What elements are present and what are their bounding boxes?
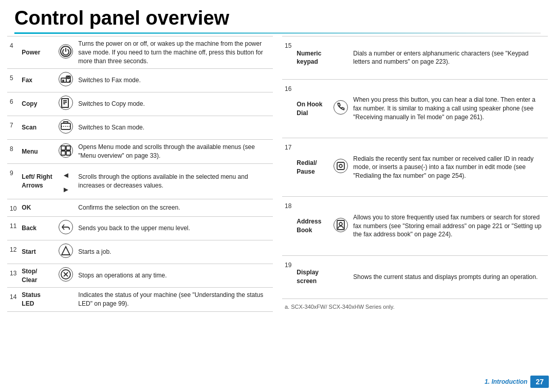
row-number: 17 [282,138,294,197]
table-row: 10OKConfirms the selection on the screen… [7,199,273,216]
title-text: Control panel overview [14,7,229,29]
table-row: 15Numeric keypadDials a number or enters… [282,36,548,80]
table-row: 18Address BookAllows you to store freque… [282,197,548,255]
footnote: a. SCX-340xFW/ SCX-340xHW Series only. [282,298,548,312]
footer-section: 1. Introduction [485,378,527,385]
phone-icon [331,79,350,138]
svg-rect-14 [61,151,65,155]
row-label: Stop/ Clear [19,264,56,288]
row-desc: Switches to Scan mode. [76,116,273,140]
row-number: 13 [7,264,19,288]
row-label: Redial/ Pause [294,138,331,197]
footer-page: 27 [530,376,549,388]
row-desc: Allows you to store frequently used fax … [350,197,548,255]
row-desc: Shows the current status and displays pr… [350,255,548,298]
svg-rect-13 [66,146,70,150]
row-label: On Hook Dial [294,79,331,138]
row-label: OK [19,199,56,216]
row-label: Back [19,216,56,240]
row-desc: Switches to Fax mode. [76,69,273,92]
row-label: Display screen [294,255,331,298]
table-row: 19Display screenShows the current status… [282,255,548,298]
row-number: 18 [282,197,294,255]
row-desc: Stops an operations at any time. [76,264,273,288]
row-desc: Switches to Copy mode. [76,92,273,116]
row-label: Left/ Right Arrows [19,163,56,199]
row-number: 14 [7,288,19,312]
table-row: 7ScanSwitches to Scan mode. [7,116,273,140]
table-row: 12StartStarts a job. [7,240,273,264]
row-label: Scan [19,116,56,140]
table-row: 8MenuOpens Menu mode and scrolls through… [7,140,273,164]
menu-icon [56,140,76,164]
table-row: 11BackSends you back to the upper menu l… [7,216,273,240]
row-number: 5 [7,69,19,92]
back-icon [56,216,76,240]
no-icon [56,288,76,312]
svg-rect-15 [66,151,70,155]
table-row: 17Redial/ PauseRedials the recently sent… [282,138,548,197]
svg-rect-12 [61,146,65,150]
row-label: Menu [19,140,56,164]
row-desc: When you press this button, you can hear… [350,79,548,138]
table-row: 5FaxSwitches to Fax mode. [7,69,273,92]
scan-icon [56,116,76,140]
row-desc: Redials the recently sent fax number or … [350,138,548,197]
row-desc: Confirms the selection on the screen. [76,199,273,216]
row-label: Start [19,240,56,264]
row-number: 4 [7,36,19,69]
arrows-icon: ◄ ► [56,163,76,199]
right-table: 15Numeric keypadDials a number or enters… [282,36,548,312]
row-label: Status LED [19,288,56,312]
left-table: 4PowerTurns the power on or off, or wake… [7,36,273,312]
row-desc: Dials a number or enters alphanumeric ch… [350,36,548,80]
table-row: 13Stop/ ClearStops an operations at any … [7,264,273,288]
row-number: 16 [282,79,294,138]
row-label: Power [19,36,56,69]
table-row: 14Status LEDIndicates the status of your… [7,288,273,312]
no-icon [331,36,350,80]
svg-point-7 [69,81,70,82]
table-row: 4PowerTurns the power on or off, or wake… [7,36,273,69]
svg-point-23 [339,222,342,226]
row-desc: Starts a job. [76,240,273,264]
row-label: Address Book [294,197,331,255]
row-desc: Scrolls through the options available in… [76,163,273,199]
stop-icon [56,264,76,288]
svg-marker-16 [62,247,70,255]
row-desc: Indicates the status of your machine (se… [76,288,273,312]
svg-marker-9 [62,99,68,107]
row-number: 12 [7,240,19,264]
table-row: 16On Hook DialWhen you press this button… [282,79,548,138]
addressbook-icon [331,197,350,255]
row-number: 10 [7,199,19,216]
row-desc: Sends you back to the upper menu level. [76,216,273,240]
row-number: 11 [7,216,19,240]
table-row: 9Left/ Right Arrows◄ ►Scrolls through th… [7,163,273,199]
start-icon [56,240,76,264]
redial-icon [331,138,350,197]
no-icon [331,255,350,298]
svg-point-21 [339,164,342,167]
row-number: 15 [282,36,294,80]
row-number: 8 [7,140,19,164]
svg-rect-8 [62,99,68,107]
row-label: Fax [19,69,56,92]
row-number: 19 [282,255,294,298]
footer: 1. Introduction 27 [478,371,555,392]
fax-icon [56,69,76,92]
row-desc: Opens Menu mode and scrolls through the … [76,140,273,164]
table-row: 6CopySwitches to Copy mode. [7,92,273,116]
page-title: Control panel overview [0,0,555,29]
row-number: 6 [7,92,19,116]
svg-rect-20 [337,162,344,170]
copy-icon [56,92,76,116]
power-icon [56,36,76,69]
row-label: Copy [19,92,56,116]
row-number: 9 [7,163,19,199]
no-icon [56,199,76,216]
row-number: 7 [7,116,19,140]
svg-rect-6 [67,77,69,79]
row-desc: Turns the power on or off, or wakes up t… [76,36,273,69]
row-label: Numeric keypad [294,36,331,80]
